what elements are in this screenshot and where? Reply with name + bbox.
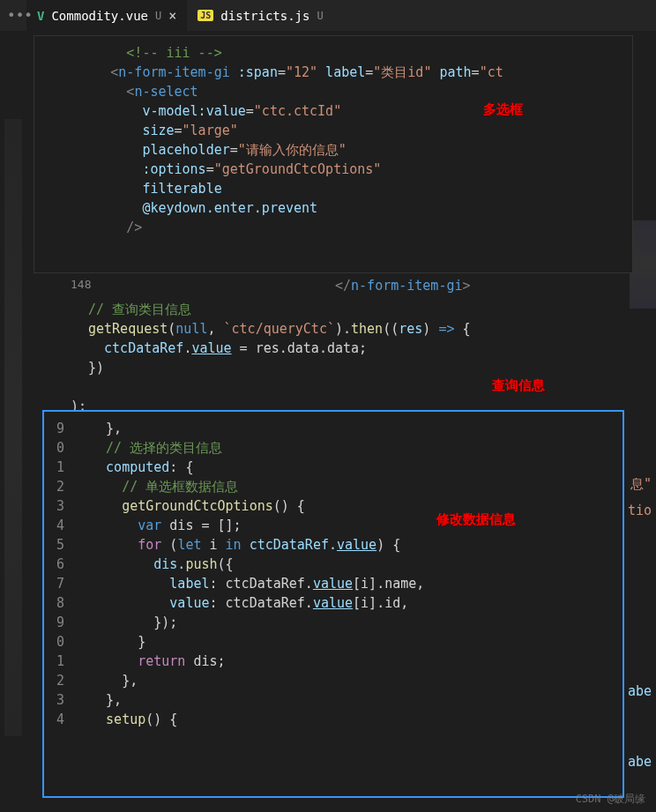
- code-line: },: [82, 671, 424, 690]
- code-line: ctcDataRef.value = res.data.data;: [88, 339, 471, 358]
- tab-label: districts.js: [220, 9, 309, 23]
- code-line: dis.push({: [82, 555, 424, 574]
- code-line: getRequest(null, `ctc/queryCtc`).then((r…: [88, 319, 471, 339]
- tab-districts[interactable]: JS districts.js U: [187, 0, 333, 31]
- minimap-right[interactable]: [630, 62, 656, 812]
- code-line: computed: {: [82, 458, 424, 477]
- code-line: },: [82, 690, 424, 710]
- code-line: setup() {: [82, 710, 424, 729]
- peek-text: abe: [628, 683, 652, 699]
- editor-tabs: V Commodity.vue U × JS districts.js U: [0, 0, 656, 31]
- close-icon[interactable]: ×: [168, 8, 176, 24]
- tab-status: U: [155, 10, 161, 22]
- annotation-multiselect: 多选框: [483, 101, 523, 118]
- peek-text: 息": [630, 476, 652, 493]
- code-line: v-model:value="ctc.ctcId": [39, 101, 628, 121]
- code-line: filterable: [39, 179, 628, 198]
- code-line: // 查询类目信息: [88, 300, 471, 319]
- code-line: placeholder="请输入你的信息": [39, 140, 628, 160]
- code-line: getGroundCtcOptions() {: [82, 496, 424, 516]
- watermark: CSDN @破局缘: [576, 792, 645, 807]
- code-line: <!-- iii -->: [39, 43, 628, 63]
- code-line: <n-select: [39, 82, 628, 101]
- peek-text: abe: [628, 754, 652, 770]
- code-line: });: [82, 613, 424, 632]
- code-line: // 单选框数据信息: [82, 477, 424, 496]
- code-line: // 选择的类目信息: [82, 438, 424, 458]
- code-block-query[interactable]: // 查询类目信息 getRequest(null, `ctc/queryCtc…: [88, 300, 471, 377]
- minimap-left: [0, 31, 26, 812]
- menu-dots-icon[interactable]: •••: [7, 7, 33, 24]
- code-line: value: ctcDataRef.value[i].id,: [82, 593, 424, 613]
- code-line: }): [88, 358, 471, 377]
- code-line: size="large": [39, 121, 628, 140]
- closing-tag-hint: </n-form-item-gi>: [335, 278, 471, 294]
- tab-status: U: [317, 10, 323, 22]
- peek-text: tio: [628, 503, 652, 518]
- code-line: for (let i in ctcDataRef.value) {: [82, 535, 424, 555]
- line-number: 148: [71, 278, 91, 291]
- code-snippet-computed[interactable]: 9 0 1 2 3 4 5 6 7 8 9 0 1 2 3 4 }, // 选择…: [42, 410, 624, 798]
- code-line: @keydown.enter.prevent: [39, 198, 628, 218]
- code-line: />: [39, 218, 628, 237]
- gutter: 9 0 1 2 3 4 5 6 7 8 9 0 1 2 3 4: [48, 419, 64, 729]
- tab-commodity[interactable]: V Commodity.vue U ×: [26, 0, 187, 31]
- tab-label: Commodity.vue: [51, 9, 148, 23]
- code-line: return dis;: [82, 652, 424, 671]
- code-line: label: ctcDataRef.value[i].name,: [82, 574, 424, 593]
- code-line: :options="getGroundCtcOptions": [39, 160, 628, 179]
- code-line: var dis = [];: [82, 516, 424, 535]
- code-snippet-template[interactable]: <!-- iii --> <n-form-item-gi :span="12" …: [34, 35, 633, 273]
- js-icon: JS: [198, 10, 213, 21]
- code-line: },: [82, 419, 424, 438]
- vue-icon: V: [37, 9, 44, 23]
- annotation-modify: 修改数据信息: [436, 511, 516, 528]
- annotation-query: 查询信息: [492, 377, 545, 394]
- code-line: <n-form-item-gi :span="12" label="类目id" …: [39, 63, 628, 82]
- code-line: }: [82, 632, 424, 652]
